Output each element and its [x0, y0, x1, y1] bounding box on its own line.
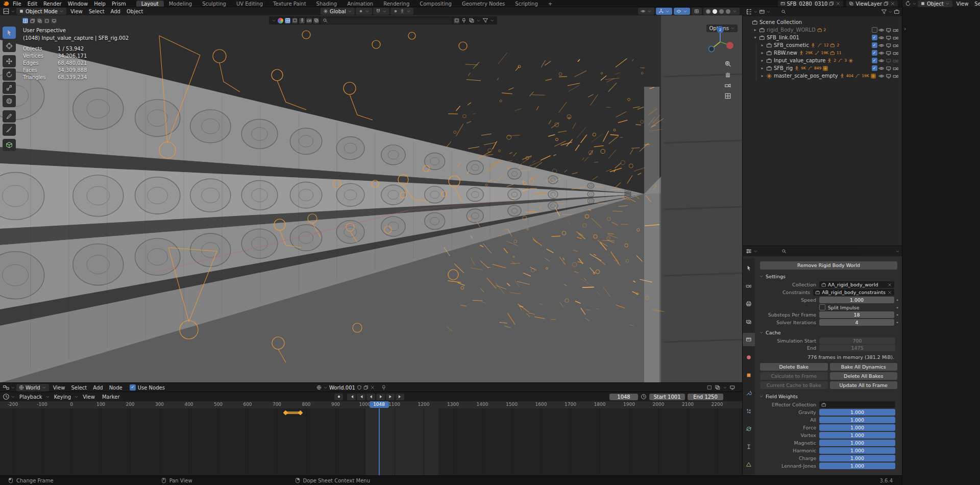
transport-record-button[interactable]: [334, 394, 343, 400]
monitor-toggle-icon[interactable]: [885, 65, 892, 71]
use-nodes-toggle[interactable]: ✓ Use Nodes: [130, 384, 165, 391]
quick-layers-icon[interactable]: [37, 18, 42, 23]
eye-toggle-icon[interactable]: [878, 27, 885, 33]
simulation-end-field[interactable]: 1475: [819, 345, 895, 351]
expander-icon[interactable]: ▸: [760, 51, 765, 55]
outliner-row[interactable]: ▾SFB_link.001✓: [743, 34, 902, 41]
expander-icon[interactable]: ▸: [753, 28, 757, 32]
overlays-icon[interactable]: [715, 384, 721, 391]
add-workspace-tab[interactable]: +: [543, 1, 557, 7]
topbar-menu-window[interactable]: Window: [65, 1, 91, 7]
current-frame-field[interactable]: 1048: [609, 394, 638, 400]
quick-monitor-icon[interactable]: [51, 18, 57, 23]
collection-field[interactable]: AB_rigid_body_constraints: [813, 289, 894, 296]
animate-dot[interactable]: •: [894, 312, 900, 318]
nav-camera-view-icon[interactable]: [724, 82, 731, 89]
snap-dropdown[interactable]: [373, 8, 389, 15]
tool-move-button[interactable]: [3, 55, 16, 67]
shading-solid-button[interactable]: [713, 9, 717, 14]
viewlayer-selector[interactable]: ViewLayer: [846, 1, 898, 7]
use-nodes-checkbox[interactable]: ✓: [130, 384, 136, 391]
tab-compositing[interactable]: Compositing: [414, 1, 457, 7]
topbar-menu-edit[interactable]: Edit: [24, 1, 40, 7]
panel-expand-arrow[interactable]: ›: [904, 26, 906, 32]
timeline-marker-menu[interactable]: Marker: [99, 394, 123, 400]
eye-toggle-icon[interactable]: [878, 57, 885, 64]
world-datablock-name[interactable]: World.001: [329, 385, 355, 391]
filter-toggle-icon[interactable]: [306, 18, 312, 23]
properties-tab-particles[interactable]: [743, 404, 755, 418]
chevron-down-icon[interactable]: [895, 249, 900, 254]
secondary-menu-select[interactable]: Select: [971, 1, 980, 7]
properties-search-input[interactable]: [779, 248, 860, 255]
shader-menu-add[interactable]: Add: [90, 384, 106, 391]
monitor-toggle-icon[interactable]: [885, 57, 892, 64]
properties-tab-physics[interactable]: [743, 422, 755, 435]
outliner-row[interactable]: ▸Input_value_capture23✓: [743, 57, 902, 64]
viewport-canvas[interactable]: Options User Perspective (1048) Input_va…: [0, 15, 743, 383]
animate-dot[interactable]: •: [894, 297, 900, 303]
monitor-toggle-icon[interactable]: [885, 72, 892, 79]
transport-previous-keyframe-button[interactable]: [357, 394, 365, 400]
eye-toggle-icon[interactable]: [878, 65, 885, 71]
transform-orientation[interactable]: Global: [321, 8, 355, 15]
remove-viewlayer-icon[interactable]: [890, 1, 895, 6]
new-collection-icon[interactable]: [894, 9, 900, 15]
outliner-row[interactable]: ▸master_scale_pos_empty40419K: [743, 72, 902, 80]
nav-toggle-perspective-icon[interactable]: [724, 92, 731, 100]
filter-funnel-icon[interactable]: [482, 17, 488, 23]
exclude-toggle-icon[interactable]: [871, 27, 878, 33]
transport-previous-frame-button[interactable]: [366, 394, 375, 400]
tab-geometry-nodes[interactable]: Geometry Nodes: [457, 1, 510, 7]
remove-rigid-body-world-button[interactable]: Remove Rigid Body World: [760, 261, 897, 270]
xray-toggle[interactable]: [692, 8, 702, 15]
tab-shading[interactable]: Shading: [311, 1, 342, 7]
check-toggle-icon[interactable]: ✓: [871, 34, 878, 41]
mode-selector[interactable]: Object: [918, 1, 952, 7]
split-impulse-toggle[interactable]: Split Impulse: [819, 304, 894, 310]
vortex-slider[interactable]: 1.000: [819, 432, 895, 439]
frame-start-field[interactable]: Start 1001: [649, 394, 685, 400]
camera-toggle-icon[interactable]: [892, 57, 899, 64]
properties-editor-icon[interactable]: [745, 248, 752, 255]
properties-tab-output[interactable]: [743, 297, 755, 310]
new-scene-icon[interactable]: [829, 1, 834, 6]
timeline-editor-icon[interactable]: [3, 393, 10, 400]
timeline-body[interactable]: [0, 408, 743, 476]
eye-toggle-icon[interactable]: [878, 42, 885, 48]
topbar-menu-help[interactable]: Help: [91, 1, 109, 7]
cache-section-header[interactable]: Cache: [759, 330, 901, 335]
filter-toggle-icon[interactable]: [313, 18, 319, 23]
filter-funnel-icon[interactable]: [881, 9, 887, 15]
camera-toggle-icon[interactable]: [892, 72, 899, 79]
outliner-row[interactable]: ▸RBW.new29K19K11✓: [743, 49, 902, 57]
monitor-toggle-icon[interactable]: [885, 34, 892, 41]
expander-icon[interactable]: ▸: [760, 43, 765, 47]
viewport-menu-select[interactable]: Select: [86, 8, 108, 15]
shader-menu-select[interactable]: Select: [68, 384, 90, 391]
tab-rendering[interactable]: Rendering: [378, 1, 414, 7]
pin-icon[interactable]: [461, 17, 467, 23]
expander-icon[interactable]: ▸: [760, 66, 765, 70]
tab-uv-editing[interactable]: UV Editing: [231, 1, 268, 7]
keyframe-diamond[interactable]: [298, 410, 303, 415]
settings-section-header[interactable]: Settings: [759, 274, 901, 279]
pivot-point-dropdown[interactable]: [356, 8, 372, 15]
checkbox[interactable]: [819, 304, 825, 310]
shading-material-button[interactable]: [719, 9, 724, 14]
tool-cube-button[interactable]: [3, 139, 16, 151]
magnetic-slider[interactable]: 1.000: [819, 440, 895, 446]
proportional-editing-dropdown[interactable]: [390, 8, 413, 15]
expander-icon[interactable]: ▾: [753, 35, 757, 40]
keying-menu[interactable]: Keying: [51, 394, 79, 400]
filter-toggle-icon[interactable]: [299, 18, 305, 23]
outliner-search-input[interactable]: [779, 9, 849, 15]
eye-toggle-icon[interactable]: [878, 34, 885, 41]
properties-tab-scene[interactable]: [743, 333, 755, 346]
outliner-row[interactable]: Scene Collection: [743, 18, 902, 26]
effector-collection-field[interactable]: [819, 401, 895, 408]
keyframe-diamond[interactable]: [283, 410, 288, 415]
viewport-menu-object[interactable]: Object: [124, 8, 146, 15]
tool-rotate-button[interactable]: [3, 68, 16, 81]
tool-transform-button[interactable]: [3, 95, 16, 107]
